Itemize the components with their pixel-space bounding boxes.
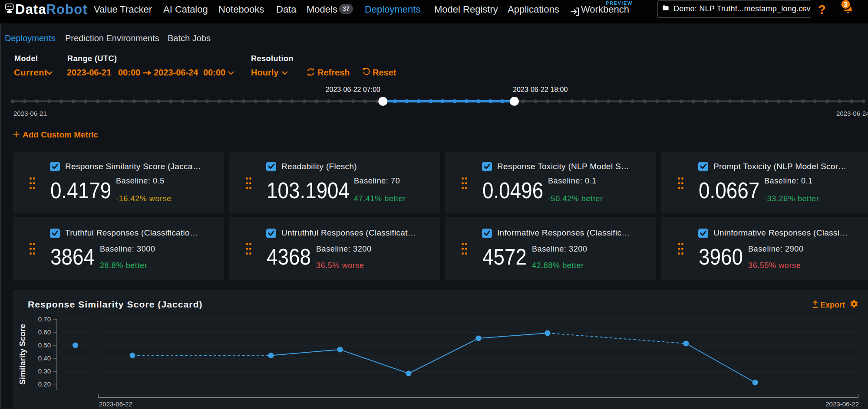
svg-text:0.40: 0.40: [38, 354, 51, 362]
svg-text:2023-06-21: 2023-06-21: [13, 110, 47, 117]
svg-text:2023-06-22: 2023-06-22: [825, 400, 859, 408]
svg-text:Similarity Score: Similarity Score: [18, 324, 27, 385]
svg-text:0.20: 0.20: [38, 380, 51, 388]
svg-text:0.50: 0.50: [38, 341, 51, 349]
svg-text:0.60: 0.60: [38, 328, 51, 336]
svg-text:2023-06-22 07:00: 2023-06-22 07:00: [326, 86, 380, 93]
svg-text:2023-06-22 18:00: 2023-06-22 18:00: [513, 86, 568, 93]
svg-text:0.30: 0.30: [38, 367, 51, 375]
svg-text:3: 3: [844, 0, 848, 9]
svg-text:0.70: 0.70: [38, 315, 51, 323]
svg-text:2023-06-22: 2023-06-22: [99, 400, 132, 408]
svg-text:2023-06-24: 2023-06-24: [836, 110, 868, 117]
